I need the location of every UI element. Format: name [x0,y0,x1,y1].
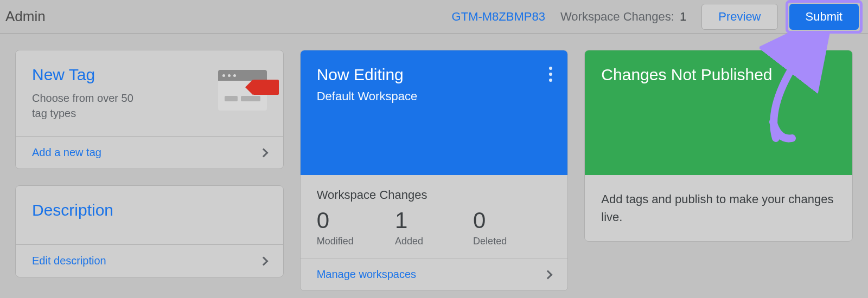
kebab-menu-icon[interactable] [547,64,554,84]
stat-added-label: Added [395,236,473,247]
topbar: Admin GTM-M8ZBMP83 Workspace Changes: 1 … [0,0,868,34]
chevron-right-icon [259,148,268,157]
now-editing-card: Now Editing Default Workspace Workspace … [300,50,569,291]
container-id-link[interactable]: GTM-M8ZBMP83 [452,10,545,24]
stat-modified-label: Modified [317,236,395,247]
workspace-stats: 0 Modified 1 Added 0 Deleted [317,208,552,247]
stat-modified: 0 Modified [317,208,395,247]
workspace-changes-body: Workspace Changes 0 Modified 1 Added 0 D… [301,175,568,258]
changes-header: Changes Not Published [585,50,852,175]
column-left: New Tag Choose from over 50 tag types [15,50,284,291]
new-tag-title: New Tag [32,66,146,84]
chevron-right-icon [259,256,268,265]
description-card: Description Edit description [15,185,284,277]
stat-deleted-label: Deleted [473,236,551,247]
chevron-right-icon [544,270,553,279]
changes-message: Add tags and publish to make your change… [585,175,852,241]
stat-added: 1 Added [395,208,473,247]
manage-workspaces-label: Manage workspaces [317,268,416,281]
new-tag-body: New Tag Choose from over 50 tag types [16,50,283,136]
tag-icon [218,70,267,111]
workspace-changes-label: Workspace Changes: [560,10,674,23]
manage-workspaces-link[interactable]: Manage workspaces [301,258,568,290]
now-editing-workspace: Default Workspace [317,89,552,103]
edit-description-link[interactable]: Edit description [16,244,283,277]
now-editing-title: Now Editing [317,66,552,84]
description-body: Description [16,186,283,244]
workspace-changes-text: Workspace Changes: 1 [560,10,686,24]
new-tag-text: New Tag Choose from over 50 tag types [32,66,146,121]
now-editing-header: Now Editing Default Workspace [301,50,568,175]
workspace-changes-count: 1 [680,10,686,23]
new-tag-card: New Tag Choose from over 50 tag types [15,50,284,169]
submit-highlight: Submit [786,0,863,34]
stat-deleted: 0 Deleted [473,208,551,247]
column-right: Changes Not Published Add tags and publi… [584,50,853,291]
edit-description-label: Edit description [32,255,106,267]
changes-not-published-card: Changes Not Published Add tags and publi… [584,50,853,242]
content-area: New Tag Choose from over 50 tag types [0,34,868,298]
submit-button[interactable]: Submit [789,4,859,30]
preview-button[interactable]: Preview [701,4,777,30]
add-new-tag-link[interactable]: Add a new tag [16,136,283,169]
new-tag-subtitle: Choose from over 50 tag types [32,90,146,121]
stat-deleted-num: 0 [473,208,551,234]
column-center: Now Editing Default Workspace Workspace … [300,50,569,291]
stat-added-num: 1 [395,208,473,234]
workspace-changes-title: Workspace Changes [317,188,552,202]
description-title: Description [32,201,267,219]
page-title: Admin [5,8,46,25]
stat-modified-num: 0 [317,208,395,234]
add-new-tag-label: Add a new tag [32,146,101,159]
changes-title: Changes Not Published [601,66,836,84]
